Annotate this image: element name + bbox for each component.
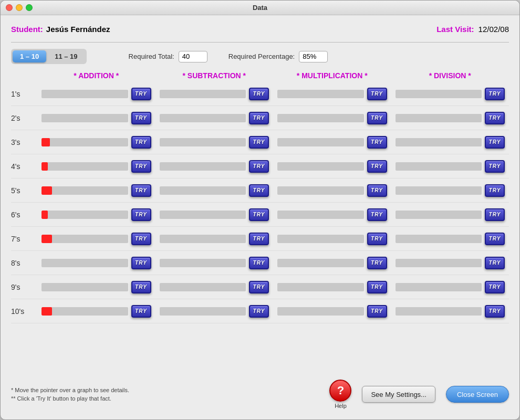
table-row: 1'sTRYTRYTRYTRY (11, 82, 509, 106)
multiplication-try-button[interactable]: TRY (367, 184, 387, 197)
titlebar: Data (1, 1, 519, 15)
addition-progress-bar (41, 259, 128, 267)
multiplication-try-button[interactable]: TRY (367, 136, 387, 149)
addition-cell: TRY (37, 257, 155, 269)
addition-cell: TRY (37, 184, 155, 197)
addition-try-button[interactable]: TRY (131, 208, 151, 221)
division-try-button[interactable]: TRY (485, 112, 505, 124)
multiplication-cell: TRY (273, 305, 391, 318)
traffic-lights (6, 4, 33, 11)
addition-try-button[interactable]: TRY (131, 136, 151, 149)
subtraction-cell: TRY (155, 112, 274, 124)
subtraction-try-button[interactable]: TRY (249, 160, 269, 173)
subtraction-cell: TRY (155, 88, 274, 100)
addition-cell: TRY (37, 88, 155, 100)
division-progress-bar (396, 259, 482, 267)
addition-progress-bar (41, 307, 128, 316)
multiplication-try-button[interactable]: TRY (367, 208, 387, 221)
tab-11-19[interactable]: 11 – 19 (47, 50, 85, 62)
division-cell: TRY (391, 281, 509, 293)
subtraction-try-button[interactable]: TRY (249, 257, 269, 269)
division-cell: TRY (391, 112, 509, 124)
main-window: Data Student: Jesús Fernández Last Visit… (0, 0, 520, 420)
subtraction-try-button[interactable]: TRY (249, 233, 269, 245)
multiplication-cell: TRY (273, 136, 391, 149)
addition-progress-bar (41, 162, 128, 171)
footer-note-1: * Move the pointer over a graph to see d… (11, 386, 319, 395)
subtraction-cell: TRY (155, 160, 274, 173)
division-try-button[interactable]: TRY (485, 281, 505, 293)
multiplication-header: * MULTIPLICATION * (273, 71, 391, 80)
multiplication-try-button[interactable]: TRY (367, 257, 387, 269)
multiplication-try-button[interactable]: TRY (367, 281, 387, 293)
zoom-traffic-light[interactable] (26, 4, 33, 11)
subtraction-cell: TRY (155, 233, 274, 245)
see-settings-button[interactable]: See My Settings... (362, 386, 435, 403)
addition-try-button[interactable]: TRY (131, 305, 151, 318)
subtraction-cell: TRY (155, 184, 274, 197)
division-progress-bar (396, 283, 482, 291)
division-progress-bar (396, 162, 482, 171)
tab-1-10[interactable]: 1 – 10 (13, 50, 46, 62)
addition-try-button[interactable]: TRY (131, 88, 151, 100)
table-row: 2'sTRYTRYTRYTRY (11, 106, 509, 130)
multiplication-try-button[interactable]: TRY (367, 233, 387, 245)
addition-try-button[interactable]: TRY (131, 281, 151, 293)
minimize-traffic-light[interactable] (16, 4, 23, 11)
addition-try-button[interactable]: TRY (131, 184, 151, 197)
division-try-button[interactable]: TRY (485, 305, 505, 318)
division-try-button[interactable]: TRY (485, 184, 505, 197)
addition-cell: TRY (37, 281, 155, 293)
addition-cell: TRY (37, 208, 155, 221)
addition-try-button[interactable]: TRY (131, 112, 151, 124)
multiplication-try-button[interactable]: TRY (367, 160, 387, 173)
addition-progress-bar (41, 283, 128, 291)
row-label: 6's (11, 211, 37, 219)
subtraction-try-button[interactable]: TRY (249, 184, 269, 197)
last-visit-label: Last Visit: (436, 25, 474, 34)
subtraction-try-button[interactable]: TRY (249, 281, 269, 293)
subtraction-try-button[interactable]: TRY (249, 88, 269, 100)
table-row: 7'sTRYTRYTRYTRY (11, 227, 509, 251)
subtraction-progress-bar (160, 138, 246, 146)
required-pct-input[interactable] (299, 51, 328, 62)
separator-1 (11, 42, 509, 43)
multiplication-progress-bar (277, 259, 364, 267)
last-visit-value: 12/02/08 (479, 25, 509, 34)
grid-headers: * ADDITION * * SUBTRACTION * * MULTIPLIC… (11, 71, 509, 80)
required-pct-section: Required Percentage: (228, 51, 328, 62)
help-button[interactable]: ? (329, 380, 351, 402)
help-label: Help (335, 403, 347, 409)
multiplication-progress-bar (277, 90, 364, 98)
multiplication-try-button[interactable]: TRY (367, 305, 387, 318)
multiplication-progress-bar (277, 114, 364, 122)
division-try-button[interactable]: TRY (485, 257, 505, 269)
required-total-input[interactable] (179, 51, 207, 62)
division-progress-bar (396, 307, 482, 316)
addition-progress-bar (41, 90, 128, 98)
close-traffic-light[interactable] (6, 4, 13, 11)
addition-progress-bar (41, 114, 128, 122)
addition-try-button[interactable]: TRY (131, 160, 151, 173)
subtraction-try-button[interactable]: TRY (249, 208, 269, 221)
subtraction-try-button[interactable]: TRY (249, 305, 269, 318)
multiplication-try-button[interactable]: TRY (367, 112, 387, 124)
subtraction-try-button[interactable]: TRY (249, 136, 269, 149)
division-try-button[interactable]: TRY (485, 88, 505, 100)
row-label-header (11, 71, 37, 80)
multiplication-progress-bar (277, 235, 364, 243)
division-try-button[interactable]: TRY (485, 136, 505, 149)
addition-progress-bar (41, 138, 128, 146)
multiplication-try-button[interactable]: TRY (367, 88, 387, 100)
subtraction-try-button[interactable]: TRY (249, 112, 269, 124)
multiplication-progress-bar (277, 283, 364, 291)
addition-try-button[interactable]: TRY (131, 257, 151, 269)
division-try-button[interactable]: TRY (485, 233, 505, 245)
division-try-button[interactable]: TRY (485, 208, 505, 221)
close-screen-button[interactable]: Close Screen (446, 386, 509, 403)
addition-try-button[interactable]: TRY (131, 233, 151, 245)
division-try-button[interactable]: TRY (485, 160, 505, 173)
multiplication-progress-bar (277, 138, 364, 146)
row-label: 9's (11, 283, 37, 291)
row-label: 2's (11, 114, 37, 122)
